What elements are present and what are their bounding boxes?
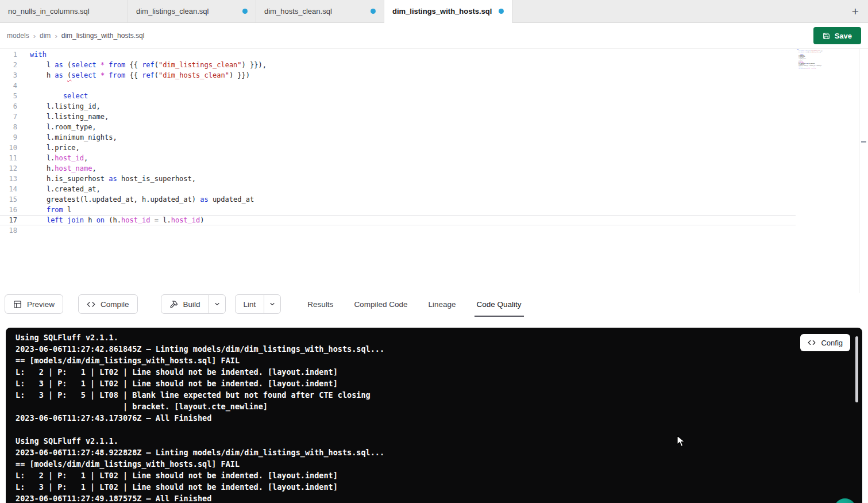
code-line[interactable]: 10 l.price, <box>0 143 796 153</box>
code-line[interactable]: 6 l.listing_id, <box>0 101 796 112</box>
breadcrumb-item[interactable]: models <box>7 32 29 40</box>
line-number: 14 <box>0 184 17 194</box>
code-line[interactable]: 18 <box>0 225 796 236</box>
toolbar: Preview Compile Build Lint <box>0 293 868 328</box>
chevron-down-icon <box>269 301 276 308</box>
code-line[interactable]: 15 greatest(l.updated_at, h.updated_at) … <box>0 194 796 205</box>
unsaved-dot-icon <box>499 9 504 14</box>
code-editor[interactable]: 1with2 l as (select * from {{ ref("dim_l… <box>0 49 868 293</box>
code-line[interactable]: 2 l as (select * from {{ ref("dim_listin… <box>0 60 796 70</box>
editor-scroll-marker[interactable] <box>861 141 866 143</box>
code-line[interactable]: 4 <box>0 80 796 91</box>
table-icon <box>13 300 22 309</box>
editor-tab[interactable]: dim_hosts_clean.sql <box>256 0 384 23</box>
panel-tab-code-quality[interactable]: Code Quality <box>476 294 523 314</box>
code-line[interactable]: 1with <box>0 49 796 60</box>
panel-tab-results[interactable]: Results <box>306 294 334 314</box>
hammer-icon <box>169 300 178 309</box>
line-number: 17 <box>0 215 17 225</box>
code-line[interactable]: 17 left join h on (h.host_id = l.host_id… <box>0 215 796 225</box>
panel-tabs: ResultsCompiled CodeLineageCode Quality <box>297 294 531 314</box>
code-text: l.price, <box>17 143 80 153</box>
editor-tab[interactable]: no_nulls_in_columns.sql <box>0 0 128 23</box>
file-tabs: no_nulls_in_columns.sqldim_listings_clea… <box>0 0 512 23</box>
code-text: select <box>17 91 88 101</box>
line-number: 12 <box>0 163 17 174</box>
preview-label: Preview <box>27 300 55 309</box>
line-number: 6 <box>0 101 17 112</box>
code-line[interactable]: 5 select <box>0 91 796 101</box>
editor-scrollbar-track <box>859 49 860 293</box>
code-line[interactable]: 8 l.room_type, <box>0 122 796 132</box>
code-line[interactable]: 12 h.host_name, <box>0 163 796 174</box>
new-tab-button[interactable]: + <box>850 5 861 17</box>
build-label: Build <box>183 300 200 309</box>
tab-label: dim_hosts_clean.sql <box>264 7 332 16</box>
tab-bar: no_nulls_in_columns.sqldim_listings_clea… <box>0 0 868 23</box>
code-text <box>17 80 30 91</box>
code-line[interactable]: 7 l.listing_name, <box>0 112 796 122</box>
build-split-button: Build <box>161 294 226 314</box>
compile-label: Compile <box>101 300 129 309</box>
code-line[interactable]: 16 from l <box>0 205 796 215</box>
breadcrumb-item[interactable]: dim <box>40 32 51 40</box>
code-text: with <box>17 49 47 60</box>
chevron-down-icon <box>214 301 221 308</box>
code-text: l.minimum_nights, <box>17 132 117 143</box>
code-text: h.host_name, <box>17 163 97 174</box>
line-number: 10 <box>0 143 17 153</box>
code-text <box>17 225 30 236</box>
config-code-icon <box>808 339 816 347</box>
panel-tab-lineage[interactable]: Lineage <box>427 294 457 314</box>
minimap[interactable]: with l as (select * from {{ ref("dim_lis… <box>797 49 842 77</box>
code-line[interactable]: 14 l.created_at, <box>0 184 796 194</box>
lint-button[interactable]: Lint <box>235 294 265 314</box>
code-line[interactable]: 3 h as (select * from {{ ref("dim_hosts_… <box>0 70 796 80</box>
code-text: greatest(l.updated_at, h.updated_at) as … <box>17 194 254 205</box>
breadcrumb-separator: › <box>33 32 36 40</box>
lint-dropdown-button[interactable] <box>264 294 281 314</box>
tab-label: no_nulls_in_columns.sql <box>8 7 90 16</box>
breadcrumb-item[interactable]: dim_listings_with_hosts.sql <box>61 32 145 40</box>
code-line[interactable]: 9 l.minimum_nights, <box>0 132 796 143</box>
line-number: 15 <box>0 194 17 205</box>
code-text: l.room_type, <box>17 122 97 132</box>
save-icon <box>823 32 830 40</box>
tab-bar-filler: + <box>512 0 868 23</box>
editor-tab[interactable]: dim_listings_clean.sql <box>128 0 256 23</box>
code-icon <box>87 300 95 309</box>
code-lines: 1with2 l as (select * from {{ ref("dim_l… <box>0 49 796 236</box>
code-line[interactable]: 11 l.host_id, <box>0 153 796 163</box>
build-button[interactable]: Build <box>161 294 209 314</box>
lint-split-button: Lint <box>235 294 281 314</box>
breadcrumb-separator: › <box>55 32 57 40</box>
tab-label: dim_listings_clean.sql <box>136 7 209 16</box>
line-number: 5 <box>0 91 17 101</box>
code-text: from l <box>17 205 71 215</box>
terminal-scrollbar-thumb[interactable] <box>855 336 858 402</box>
line-number: 13 <box>0 174 17 184</box>
line-number: 9 <box>0 132 17 143</box>
line-number: 18 <box>0 225 17 236</box>
line-number: 2 <box>0 60 17 70</box>
compile-button[interactable]: Compile <box>78 294 138 314</box>
config-label: Config <box>821 339 843 347</box>
build-dropdown-button[interactable] <box>209 294 226 314</box>
code-text: left join h on (h.host_id = l.host_id) <box>17 215 205 225</box>
code-text: h.is_superhost as host_is_superhost, <box>17 174 196 184</box>
unsaved-dot-icon <box>242 9 248 14</box>
line-number: 11 <box>0 153 17 163</box>
code-text: l.created_at, <box>17 184 101 194</box>
editor-tab[interactable]: dim_listings_with_hosts.sql <box>384 0 512 23</box>
panel-tab-compiled-code[interactable]: Compiled Code <box>353 294 408 314</box>
lint-label: Lint <box>244 300 256 309</box>
preview-button[interactable]: Preview <box>5 294 63 314</box>
line-number: 7 <box>0 112 17 122</box>
config-button[interactable]: Config <box>800 334 850 351</box>
code-line[interactable]: 13 h.is_superhost as host_is_superhost, <box>0 174 796 184</box>
terminal-wrap: Using SQLFluff v2.1.1. 2023-06-06T11:27:… <box>0 328 868 503</box>
line-number: 16 <box>0 205 17 215</box>
save-button[interactable]: Save <box>813 27 861 44</box>
ide-window: no_nulls_in_columns.sqldim_listings_clea… <box>0 0 868 503</box>
code-text: h as (select * from {{ ref("dim_hosts_cl… <box>17 70 250 80</box>
